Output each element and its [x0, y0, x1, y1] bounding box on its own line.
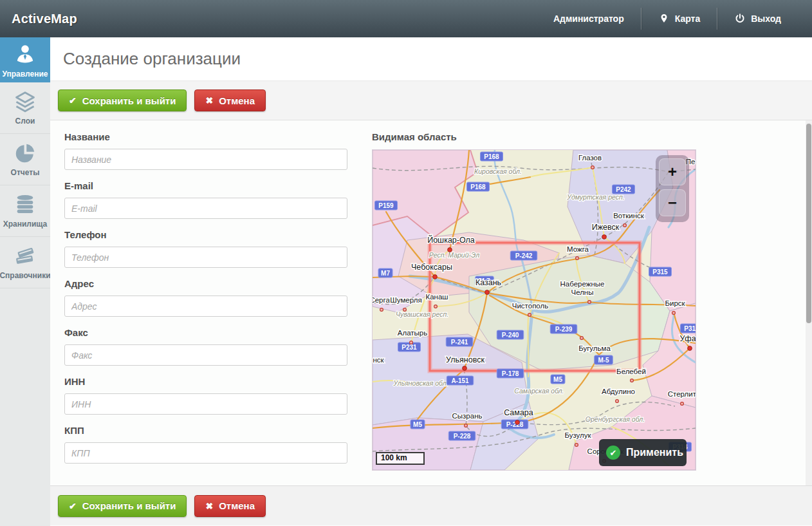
svg-text:нск: нск [373, 356, 384, 364]
check-icon: ✔ [69, 95, 77, 106]
sidebar-item-directories[interactable]: Справочники [0, 237, 50, 288]
svg-text:Челны: Челны [571, 288, 593, 296]
svg-text:Белебей: Белебей [616, 368, 646, 375]
scrollbar-thumb[interactable] [806, 124, 811, 323]
sidebar: Управление Слои Отчеты Хранилища Справоч… [0, 37, 50, 526]
svg-text:А-151: А-151 [451, 377, 469, 384]
email-input[interactable] [64, 198, 347, 219]
save-button[interactable]: ✔ Сохранить и выйти [58, 89, 187, 111]
svg-text:Абдулино: Абдулино [602, 388, 635, 395]
svg-text:Канаш: Канаш [425, 293, 448, 301]
cancel-button[interactable]: ✖ Отмена [194, 89, 266, 111]
topbar-menu: Администратор Карта Выход [537, 0, 812, 37]
svg-text:Алатырь: Алатырь [398, 329, 427, 337]
svg-text:P159: P159 [378, 202, 394, 209]
x-icon: ✖ [205, 95, 213, 106]
sidebar-item-label: Слои [15, 117, 35, 126]
svg-text:Оренбургская обл.: Оренбургская обл. [586, 415, 645, 423]
zoom-out-button[interactable]: − [659, 189, 686, 216]
apply-button-label: Применить [626, 447, 683, 458]
visible-area-column: Видимая область [372, 131, 697, 471]
svg-text:Бирск: Бирск [665, 299, 685, 307]
check-circle-icon: ✔ [606, 446, 620, 460]
footer-cancel-button[interactable]: ✖ Отмена [194, 495, 266, 517]
svg-text:Можга: Можга [567, 245, 589, 253]
field-label: Название [64, 131, 347, 143]
field-name: Название [64, 131, 347, 170]
sidebar-item-label: Отчеты [11, 168, 40, 177]
form-fields-column: Название E-mail Телефон Адрес Факс ИНН [64, 131, 347, 474]
sidebar-item-label: Управление [3, 70, 48, 79]
sidebar-item-reports[interactable]: Отчеты [0, 134, 50, 185]
svg-text:Казань: Казань [475, 278, 501, 287]
fax-input[interactable] [64, 344, 347, 366]
svg-text:Йошкар-Ола: Йошкар-Ола [427, 235, 475, 245]
svg-text:Р-228: Р-228 [454, 433, 471, 440]
field-label: ИНН [64, 376, 347, 388]
save-button-label: Сохранить и выйти [82, 95, 176, 106]
check-icon: ✔ [69, 501, 77, 511]
sidebar-item-label: Хранилища [3, 220, 48, 229]
phone-input[interactable] [64, 247, 347, 268]
svg-text:М-5: М-5 [598, 357, 609, 364]
field-label: Факс [64, 327, 347, 339]
sidebar-item-storages[interactable]: Хранилища [0, 185, 50, 237]
svg-text:P242: P242 [616, 186, 631, 193]
map-link-label: Карта [675, 14, 701, 24]
map-canvas[interactable]: Кировская обл.Удмуртская респ.Респ. Мари… [373, 150, 696, 470]
zoom-in-button[interactable]: + [659, 158, 686, 185]
user-menu[interactable]: Администратор [537, 0, 641, 37]
app-logo: ActiveMap [0, 12, 77, 26]
svg-text:P315: P315 [684, 325, 696, 332]
svg-text:Чувашская респ.: Чувашская респ. [396, 310, 448, 318]
svg-text:Р-178: Р-178 [502, 370, 519, 377]
scrollbar-track[interactable] [806, 120, 812, 485]
map-pin-icon [658, 12, 670, 25]
svg-text:Респ. Марий-Эл: Респ. Марий-Эл [429, 251, 479, 259]
main-content: Создание организации ✔ Сохранить и выйти… [50, 37, 812, 526]
svg-text:Р-239: Р-239 [555, 326, 573, 333]
toolbar: ✔ Сохранить и выйти ✖ Отмена [50, 81, 812, 120]
svg-text:Шумерля: Шумерля [390, 296, 421, 304]
svg-text:Чебоксары: Чебоксары [411, 263, 452, 272]
logout-link[interactable]: Выход [717, 0, 798, 37]
top-bar: ActiveMap Администратор Карта Выход [0, 0, 812, 37]
field-label: КПП [64, 425, 347, 437]
field-label: Телефон [64, 229, 347, 241]
map-zoom-control: + − [656, 155, 689, 222]
footer-save-button[interactable]: ✔ Сохранить и выйти [58, 495, 187, 517]
field-address: Адрес [64, 278, 347, 317]
layers-icon [12, 90, 38, 113]
name-input[interactable] [64, 149, 347, 170]
svg-text:Ульяновск: Ульяновск [446, 355, 484, 364]
sidebar-item-layers[interactable]: Слои [0, 82, 50, 134]
svg-text:Воткинск: Воткинск [613, 212, 645, 220]
footer-cancel-label: Отмена [219, 500, 255, 511]
svg-text:Р-242: Р-242 [515, 252, 533, 259]
svg-text:Кировская обл.: Кировская обл. [474, 167, 522, 175]
svg-text:Р231: Р231 [401, 344, 417, 351]
inn-input[interactable] [64, 393, 347, 415]
page-header: Создание организации [50, 37, 812, 81]
pie-chart-icon [13, 142, 37, 165]
database-icon [13, 193, 37, 216]
address-input[interactable] [64, 296, 347, 317]
svg-text:М7: М7 [381, 270, 390, 277]
svg-text:Р-240: Р-240 [502, 332, 519, 339]
field-kpp: КПП [64, 425, 347, 464]
map-widget: Кировская обл.Удмуртская респ.Респ. Мари… [372, 149, 696, 471]
svg-text:Бугульма: Бугульма [578, 344, 611, 352]
user-name-label: Администратор [553, 14, 624, 24]
cancel-button-label: Отмена [219, 95, 255, 106]
apply-button[interactable]: ✔ Применить [599, 439, 687, 466]
map-link[interactable]: Карта [641, 0, 717, 37]
logout-label: Выход [751, 14, 781, 24]
svg-text:Глазов: Глазов [578, 154, 602, 162]
svg-text:Уфа: Уфа [679, 334, 696, 343]
field-label: E-mail [64, 180, 347, 192]
sidebar-item-management[interactable]: Управление [0, 37, 50, 82]
svg-text:Стерлита: Стерлита [668, 390, 696, 398]
organization-form: Название E-mail Телефон Адрес Факс ИНН [50, 120, 812, 485]
kpp-input[interactable] [64, 442, 347, 464]
power-icon [734, 13, 746, 24]
